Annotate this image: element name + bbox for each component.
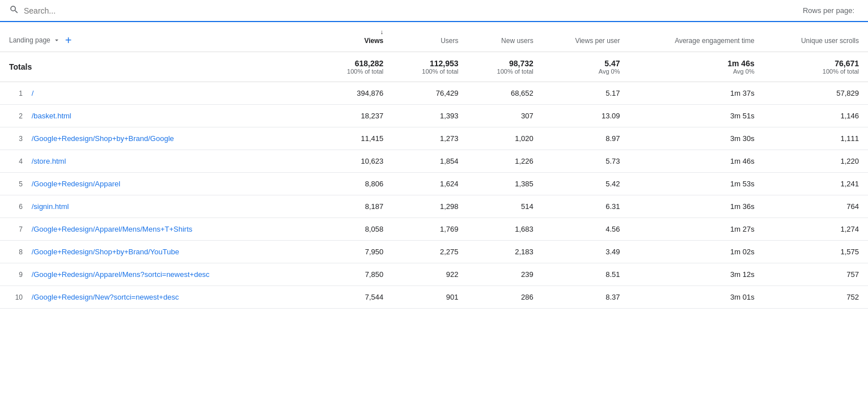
users-cell: 1,624 <box>392 173 467 195</box>
users-cell: 1,393 <box>392 105 467 127</box>
row-number: 10 <box>9 293 23 301</box>
row-number: 5 <box>9 180 23 188</box>
views-cell: 10,623 <box>317 150 392 173</box>
page-link[interactable]: /store.html <box>32 157 66 165</box>
views-cell: 7,544 <box>317 286 392 309</box>
totals-label: Totals <box>0 52 317 82</box>
avg-engagement-cell: 3m 01s <box>629 286 764 309</box>
unique-scrolls-cell: 57,829 <box>764 82 868 105</box>
views-cell: 18,237 <box>317 105 392 127</box>
page-link[interactable]: / <box>32 89 34 97</box>
totals-users: 112,953 100% of total <box>392 52 467 82</box>
views-per-user-cell: 4.56 <box>543 218 629 241</box>
new-users-cell: 1,020 <box>468 127 543 150</box>
totals-avg-engagement: 1m 46s Avg 0% <box>629 52 764 82</box>
new-users-column-header[interactable]: New users <box>468 22 543 52</box>
page-link[interactable]: /signin.html <box>32 202 69 211</box>
views-cell: 8,187 <box>317 195 392 218</box>
views-per-user-cell: 3.49 <box>543 241 629 263</box>
totals-views-per-user: 5.47 Avg 0% <box>543 52 629 82</box>
row-number: 7 <box>9 225 23 233</box>
unique-scrolls-column-header[interactable]: Unique user scrolls <box>764 22 868 52</box>
views-cell: 8,806 <box>317 173 392 195</box>
views-per-user-cell: 5.17 <box>543 82 629 105</box>
page-link[interactable]: /Google+Redesign/Apparel/Mens/Mens+T+Shi… <box>32 225 193 233</box>
table-row: 3 /Google+Redesign/Shop+by+Brand/Google … <box>0 127 868 150</box>
avg-engagement-cell: 3m 30s <box>629 127 764 150</box>
views-per-user-cell: 6.31 <box>543 195 629 218</box>
views-per-user-cell: 8.37 <box>543 286 629 309</box>
unique-scrolls-cell: 1,146 <box>764 105 868 127</box>
views-per-user-column-header[interactable]: Views per user <box>543 22 629 52</box>
unique-scrolls-cell: 757 <box>764 263 868 286</box>
users-column-header[interactable]: Users <box>392 22 467 52</box>
new-users-cell: 239 <box>468 263 543 286</box>
page-cell: 3 /Google+Redesign/Shop+by+Brand/Google <box>0 127 317 150</box>
page-link[interactable]: /Google+Redesign/New?sortci=newest+desc <box>32 293 179 301</box>
views-cell: 394,876 <box>317 82 392 105</box>
page-link[interactable]: /Google+Redesign/Shop+by+Brand/YouTube <box>32 248 179 256</box>
avg-engagement-column-header[interactable]: Average engagement time <box>629 22 764 52</box>
users-cell: 1,769 <box>392 218 467 241</box>
search-area <box>9 5 327 16</box>
page-link[interactable]: /Google+Redesign/Apparel <box>32 180 120 188</box>
table-row: 9 /Google+Redesign/Apparel/Mens?sortci=n… <box>0 263 868 286</box>
page-cell: 1 / <box>0 82 317 105</box>
table-row: 8 /Google+Redesign/Shop+by+Brand/YouTube… <box>0 241 868 263</box>
page-cell: 4 /store.html <box>0 150 317 173</box>
page-cell: 8 /Google+Redesign/Shop+by+Brand/YouTube <box>0 241 317 263</box>
totals-new-users: 98,732 100% of total <box>468 52 543 82</box>
views-per-user-cell: 8.97 <box>543 127 629 150</box>
dimension-column-header: Landing page + <box>0 22 317 52</box>
users-cell: 1,854 <box>392 150 467 173</box>
users-cell: 922 <box>392 263 467 286</box>
totals-views: 618,282 100% of total <box>317 52 392 82</box>
rows-per-page-label: Rows per page: <box>803 6 854 15</box>
avg-engagement-cell: 1m 36s <box>629 195 764 218</box>
row-number: 3 <box>9 135 23 143</box>
add-filter-button[interactable]: + <box>63 35 74 46</box>
views-cell: 8,058 <box>317 218 392 241</box>
unique-scrolls-cell: 1,111 <box>764 127 868 150</box>
new-users-cell: 1,385 <box>468 173 543 195</box>
new-users-cell: 68,652 <box>468 82 543 105</box>
page-cell: 10 /Google+Redesign/New?sortci=newest+de… <box>0 286 317 309</box>
dimension-header-label: Landing page <box>9 36 50 44</box>
page-cell: 7 /Google+Redesign/Apparel/Mens/Mens+T+S… <box>0 218 317 241</box>
totals-row: Totals 618,282 100% of total 112,953 100… <box>0 52 868 82</box>
avg-engagement-cell: 3m 12s <box>629 263 764 286</box>
new-users-cell: 1,226 <box>468 150 543 173</box>
views-per-user-cell: 8.51 <box>543 263 629 286</box>
new-users-cell: 514 <box>468 195 543 218</box>
row-number: 8 <box>9 248 23 256</box>
avg-engagement-cell: 3m 51s <box>629 105 764 127</box>
page-cell: 9 /Google+Redesign/Apparel/Mens?sortci=n… <box>0 263 317 286</box>
table-row: 2 /basket.html 18,237 1,393 307 13.09 3m… <box>0 105 868 127</box>
page-cell: 5 /Google+Redesign/Apparel <box>0 173 317 195</box>
views-per-user-cell: 5.73 <box>543 150 629 173</box>
avg-engagement-cell: 1m 53s <box>629 173 764 195</box>
unique-scrolls-cell: 752 <box>764 286 868 309</box>
unique-scrolls-cell: 1,274 <box>764 218 868 241</box>
users-cell: 76,429 <box>392 82 467 105</box>
page-link[interactable]: /Google+Redesign/Apparel/Mens?sortci=new… <box>32 270 210 279</box>
search-input[interactable] <box>24 6 327 15</box>
views-per-user-cell: 5.42 <box>543 173 629 195</box>
unique-scrolls-cell: 1,220 <box>764 150 868 173</box>
sort-down-icon: ↓ <box>380 28 384 36</box>
views-cell: 7,950 <box>317 241 392 263</box>
new-users-cell: 307 <box>468 105 543 127</box>
unique-scrolls-cell: 1,575 <box>764 241 868 263</box>
views-column-header[interactable]: ↓ Views <box>317 22 392 52</box>
table-row: 7 /Google+Redesign/Apparel/Mens/Mens+T+S… <box>0 218 868 241</box>
row-number: 9 <box>9 271 23 279</box>
landing-page-header-button[interactable]: Landing page <box>9 36 61 44</box>
page-link[interactable]: /Google+Redesign/Shop+by+Brand/Google <box>32 134 174 143</box>
page-cell: 6 /signin.html <box>0 195 317 218</box>
page-link[interactable]: /basket.html <box>32 112 71 120</box>
row-number: 2 <box>9 112 23 120</box>
table-header-row: Landing page + ↓ Views U <box>0 22 868 52</box>
users-cell: 1,273 <box>392 127 467 150</box>
row-number: 6 <box>9 203 23 211</box>
views-per-user-cell: 13.09 <box>543 105 629 127</box>
